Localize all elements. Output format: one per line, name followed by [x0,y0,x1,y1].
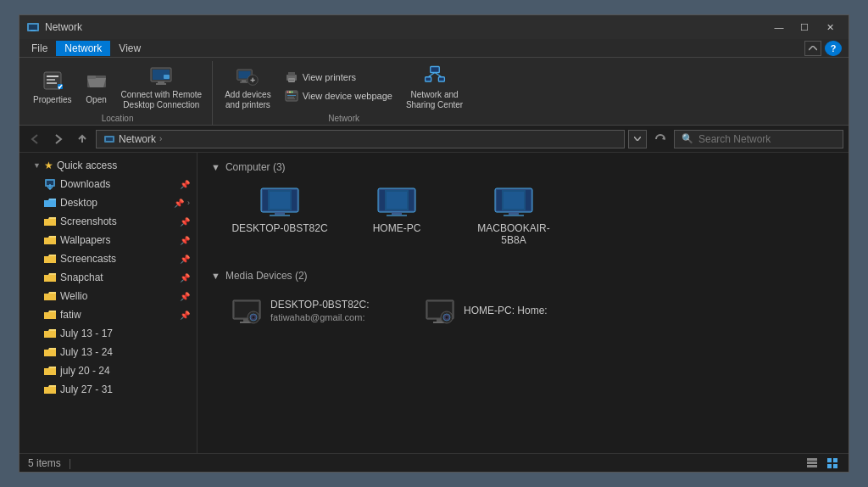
sidebar-item-fatiw[interactable]: fatiw 📌 [19,305,197,324]
svg-rect-60 [509,212,519,215]
add-devices-button[interactable]: Add devicesand printers [220,63,275,110]
location-group-label: Location [28,112,207,123]
refresh-button[interactable] [650,130,670,148]
wellio-folder-icon [43,289,57,303]
media-item-desktop1[interactable]: DESKTOP-0BST82C: fatiwahab@gmail.com: [225,288,411,333]
svg-rect-1 [29,25,37,30]
svg-rect-21 [253,77,253,81]
connect-remote-button[interactable]: Connect with RemoteDesktop Connection [116,63,208,110]
july2731-label: July 27 - 31 [60,383,190,395]
sidebar: ▼ ★ Quick access Downloads 📌 [19,153,198,453]
menu-network[interactable]: Network [56,41,110,56]
wallpapers-pin-icon: 📌 [180,236,190,245]
maximize-button[interactable]: ☐ [793,19,816,36]
up-button[interactable] [72,130,92,148]
menu-file[interactable]: File [23,41,56,56]
minimize-button[interactable]: — [767,19,791,36]
list-view-icon[interactable] [804,456,820,471]
address-path-text: Network [119,133,156,145]
properties-button[interactable]: Properties [28,63,77,110]
snapchat-label: Snapchat [60,271,176,283]
media-device-icon-desktop1 [231,295,262,326]
svg-rect-34 [430,66,439,72]
svg-rect-17 [242,80,246,81]
grid-view-icon[interactable] [825,456,840,471]
sidebar-item-screenshots[interactable]: Screenshots 📌 [19,212,197,231]
media-grid: DESKTOP-0BST82C: fatiwahab@gmail.com: [211,288,835,333]
svg-rect-14 [164,75,170,79]
sidebar-item-snapchat[interactable]: Snapchat 📌 [19,268,197,287]
network-group-label: Network [220,112,468,123]
screencasts-label: Screencasts [60,253,176,265]
search-input[interactable] [698,133,836,145]
computer-icon-desktop1 [259,187,300,217]
svg-rect-25 [289,80,294,81]
computer-item-desktop1[interactable]: DESKTOP-0BST82C [225,180,335,253]
desktop-folder-icon [43,196,57,210]
sidebar-item-july2731[interactable]: July 27 - 31 [19,380,197,399]
help-btn[interactable]: ? [825,41,842,56]
svg-point-69 [253,316,255,319]
sidebar-item-screencasts[interactable]: Screencasts 📌 [19,249,197,268]
sidebar-item-july2024[interactable]: july 20 - 24 [19,361,197,380]
ribbon-collapse-btn[interactable] [804,41,821,56]
sidebar-item-desktop[interactable]: Desktop 📌 › [19,193,197,212]
content-area: ▼ Computer (3) [198,153,849,453]
computer-item-macbook[interactable]: MACBOOKAIR-5B8A [459,180,569,253]
search-box[interactable]: 🔍 [674,130,843,148]
menu-view[interactable]: View [110,41,149,56]
screencasts-folder-icon [43,252,57,266]
svg-rect-2 [31,30,36,31]
address-path[interactable]: Network › [96,130,625,148]
sidebar-item-july1317[interactable]: July 13 - 17 [19,324,197,343]
computer-name-homepc: HOME-PC [373,222,421,234]
svg-line-38 [435,72,442,76]
fatiw-folder-icon [43,308,57,322]
ribbon-network-buttons: Add devicesand printers V [220,61,468,112]
back-button[interactable] [25,130,45,148]
forward-button[interactable] [48,130,69,148]
svg-rect-55 [387,215,407,216]
computer-section-header: ▼ Computer (3) [211,161,835,173]
wallpapers-label: Wallpapers [60,234,176,246]
computer-item-homepc[interactable]: HOME-PC [342,180,452,253]
ribbon-network-group: Add devicesand printers V [214,61,473,125]
media-item-sub-desktop1: fatiwahab@gmail.com: [270,312,369,322]
computer-chevron-icon[interactable]: ▼ [211,162,220,172]
ribbon-location-group: Properties Open [23,61,213,125]
computer-section-title: Computer (3) [225,161,286,173]
status-text: 5 items | [28,457,796,469]
view-printers-button[interactable]: View printers [281,69,396,86]
svg-rect-54 [392,212,402,215]
svg-rect-50 [270,192,290,209]
properties-icon [41,69,64,92]
svg-point-28 [287,92,288,93]
sidebar-item-july1324[interactable]: July 13 - 24 [19,343,197,361]
address-dropdown-button[interactable] [628,130,647,148]
network-sharing-icon [423,64,447,87]
media-item-homepc[interactable]: HOME-PC: Home: [418,288,604,333]
july2731-folder-icon [43,383,57,396]
menu-bar: File Network View ? [19,39,849,58]
svg-rect-9 [87,76,96,79]
svg-rect-81 [833,458,837,462]
network-sharing-button[interactable]: Network andSharing Center [401,63,468,110]
open-label: Open [86,95,106,105]
svg-rect-6 [47,82,57,84]
view-device-webpage-button[interactable]: View device webpage [281,87,396,104]
open-button[interactable]: Open [79,63,114,110]
svg-rect-49 [270,215,290,216]
svg-point-30 [291,92,292,93]
july1317-label: July 13 - 17 [60,327,190,339]
network-sharing-label: Network andSharing Center [406,90,463,110]
sidebar-item-quickaccess[interactable]: ▼ ★ Quick access [19,156,197,175]
svg-rect-4 [47,76,58,77]
close-button[interactable]: ✕ [818,19,842,36]
sidebar-item-wellio[interactable]: Wellio 📌 [19,287,197,305]
sidebar-item-wallpapers[interactable]: Wallpapers 📌 [19,231,197,249]
media-chevron-icon[interactable]: ▼ [211,271,220,281]
svg-rect-13 [156,83,166,85]
svg-rect-18 [241,81,248,83]
ribbon-location-buttons: Properties Open [28,61,207,112]
sidebar-item-downloads[interactable]: Downloads 📌 [19,175,197,193]
